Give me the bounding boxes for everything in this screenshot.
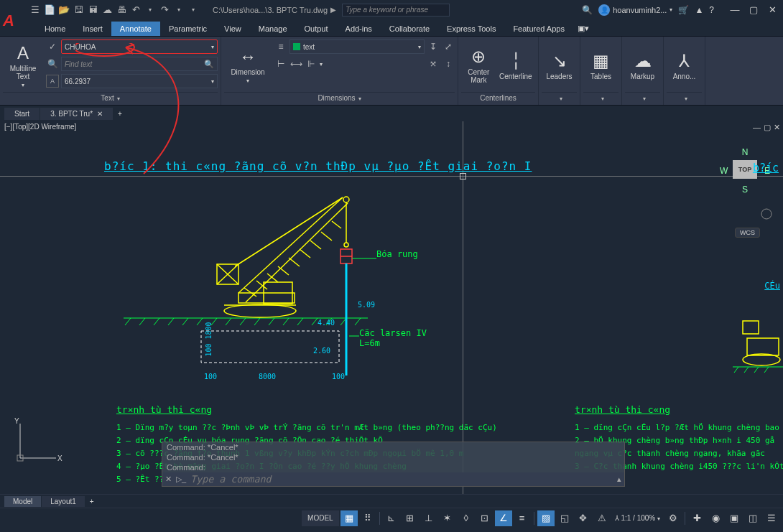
panel-label-dimensions[interactable]: Dimensions▾ <box>224 92 455 105</box>
help-icon[interactable]: ? <box>709 5 714 15</box>
status-scale[interactable]: ⅄ 1:1 / 100% ▾ <box>612 514 663 522</box>
viewport-controls[interactable]: [−][Top][2D Wireframe] <box>4 123 76 131</box>
qat-open-icon[interactable]: 📂 <box>57 4 70 17</box>
tab-view[interactable]: View <box>216 22 250 36</box>
viewcube-n[interactable]: N <box>720 147 770 157</box>
cmd-close-icon[interactable]: ✕ <box>165 475 172 484</box>
tab-insert[interactable]: Insert <box>74 22 111 36</box>
viewcube-w[interactable]: W <box>720 166 728 176</box>
tab-featured[interactable]: Featured Apps <box>504 22 573 36</box>
qat-undo-icon[interactable]: ↶ <box>129 4 142 17</box>
qat-undo-drop-icon[interactable]: ▾ <box>144 4 157 17</box>
dim-ext1-icon[interactable]: ⤧ <box>427 57 440 70</box>
status-customize-icon[interactable]: ☰ <box>763 510 780 526</box>
recent-drop-icon[interactable]: ▶ <box>330 6 336 14</box>
user-drop-icon[interactable]: ▾ <box>670 6 672 13</box>
close-button[interactable]: ✕ <box>764 4 780 15</box>
qat-menu-icon[interactable]: ☰ <box>29 4 42 17</box>
filetab-close-icon[interactable]: ✕ <box>97 110 103 118</box>
tab-parametric[interactable]: Parametric <box>160 22 216 36</box>
text-height-dropdown[interactable]: 66.2937 ▾ <box>61 74 218 88</box>
status-model-button[interactable]: MODEL <box>302 510 339 526</box>
leaders-button[interactable]: ↘Leaders <box>542 39 577 92</box>
tab-collaborate[interactable]: Collaborate <box>381 22 438 36</box>
vp-minimize-icon[interactable]: — <box>753 123 761 132</box>
spellcheck-icon[interactable]: ✓ <box>46 40 59 53</box>
status-isolate-icon[interactable]: ◫ <box>744 510 761 526</box>
qat-plot-icon[interactable]: 🖶 <box>115 4 128 17</box>
cart-icon[interactable]: 🛒 <box>678 5 689 15</box>
wcs-badge[interactable]: WCS <box>735 228 760 238</box>
minimize-button[interactable]: — <box>727 4 743 15</box>
tab-addins[interactable]: Add-ins <box>337 22 381 36</box>
signed-in-user[interactable]: 👤 hoanvuminh2... ▾ <box>598 4 672 16</box>
status-lwt-icon[interactable]: ≡ <box>514 510 531 526</box>
tab-output[interactable]: Output <box>296 22 337 36</box>
multiline-text-button[interactable]: A Multiline Text ▾ <box>3 39 43 92</box>
dim-add2-icon[interactable]: ⤢ <box>442 40 455 53</box>
tab-home[interactable]: Home <box>36 22 74 36</box>
anno-scaling-button[interactable]: ⅄Anno... <box>667 39 702 92</box>
qat-saveas-icon[interactable]: 🖬 <box>86 4 99 17</box>
dim-ext2-icon[interactable]: ↕ <box>442 57 455 70</box>
help-search-input[interactable] <box>342 4 450 17</box>
qat-redo-drop-icon[interactable]: ▾ <box>172 4 185 17</box>
filetab-add-button[interactable]: + <box>113 108 127 120</box>
status-cleanscreen-icon[interactable]: ▣ <box>726 510 743 526</box>
filetab-drawing[interactable]: 3. BPTC Tru*✕ <box>40 108 113 120</box>
centermark-button[interactable]: ⊕ Center Mark <box>461 39 496 92</box>
status-cycling-icon[interactable]: ◱ <box>556 510 573 526</box>
find-icon[interactable]: 🔍 <box>46 57 59 70</box>
search-icon[interactable]: 🔍 <box>582 5 593 15</box>
dim-quick-icon[interactable]: ⟷ <box>289 57 302 70</box>
vp-maximize-icon[interactable]: ▢ <box>764 123 771 132</box>
modeltab-layout1[interactable]: Layout1 <box>42 496 85 507</box>
dimension-button[interactable]: ↔ Dimension ▾ <box>224 39 272 92</box>
qat-more-icon[interactable]: ▾ <box>187 4 200 17</box>
status-annomonitor-icon[interactable]: ⚠ <box>593 510 611 526</box>
navbar-pan-icon[interactable] <box>760 207 773 220</box>
vp-close-icon[interactable]: ✕ <box>774 123 780 132</box>
tab-manage[interactable]: Manage <box>250 22 296 36</box>
command-input[interactable] <box>190 474 613 485</box>
status-hardware-icon[interactable]: ◉ <box>707 510 724 526</box>
centerline-button[interactable]: ╎ Centerline <box>496 39 535 92</box>
qat-save-icon[interactable]: 🖫 <box>72 4 85 17</box>
status-transparency-icon[interactable]: ▨ <box>537 510 555 526</box>
tab-overflow-icon[interactable]: ▣▾ <box>573 21 593 36</box>
modeltab-add[interactable]: + <box>85 496 99 507</box>
modeltab-model[interactable]: Model <box>4 496 42 507</box>
status-ws-icon[interactable]: ✚ <box>688 510 705 526</box>
qat-web-icon[interactable]: ☁ <box>101 4 113 17</box>
qat-new-icon[interactable]: 📄 <box>43 4 56 17</box>
status-infer-icon[interactable]: ⊾ <box>383 510 400 526</box>
status-polar-icon[interactable]: ✶ <box>439 510 456 526</box>
status-ortho-icon[interactable]: ⊥ <box>420 510 437 526</box>
command-window[interactable]: Command: *Cancel* Command: *Cancel* Comm… <box>162 442 625 487</box>
autodesk-app-icon[interactable]: ▲ <box>695 5 703 15</box>
maximize-button[interactable]: ▢ <box>746 4 761 15</box>
viewcube-s[interactable]: S <box>720 185 770 195</box>
status-grid-icon[interactable]: ▦ <box>340 510 358 526</box>
filetab-start[interactable]: Start <box>4 108 40 120</box>
dim-add1-icon[interactable]: ↧ <box>427 40 440 53</box>
status-snapmode-icon[interactable]: ⠿ <box>359 510 376 526</box>
panel-label-text[interactable]: Text▾ <box>3 92 218 105</box>
dim-layer-dropdown[interactable]: text ▾ <box>289 39 425 54</box>
text-style-dropdown[interactable]: CHUHOA ▾ <box>61 39 218 54</box>
markup-button[interactable]: ☁Markup <box>625 39 660 92</box>
status-dyn-icon[interactable]: ⊞ <box>402 510 419 526</box>
tables-button[interactable]: ▦Tables <box>583 39 618 92</box>
find-text-input[interactable]: Find text 🔍 <box>61 57 218 71</box>
tab-annotate[interactable]: Annotate <box>111 22 160 36</box>
dim-continue-icon[interactable]: ⊩ <box>305 57 318 70</box>
tab-express[interactable]: Express Tools <box>438 22 504 36</box>
cmd-recent-icon[interactable]: ▴ <box>617 475 621 484</box>
status-iso-icon[interactable]: ◊ <box>458 510 475 526</box>
dim-linear-icon[interactable]: ⊢ <box>274 57 287 70</box>
status-osnap-icon[interactable]: ⊡ <box>476 510 494 526</box>
dim-layer-icon[interactable]: ≡ <box>274 40 287 53</box>
status-otrack-icon[interactable]: ∠ <box>495 510 512 526</box>
qat-redo-icon[interactable]: ↷ <box>158 4 171 17</box>
status-3dosnap-icon[interactable]: ✥ <box>575 510 592 526</box>
